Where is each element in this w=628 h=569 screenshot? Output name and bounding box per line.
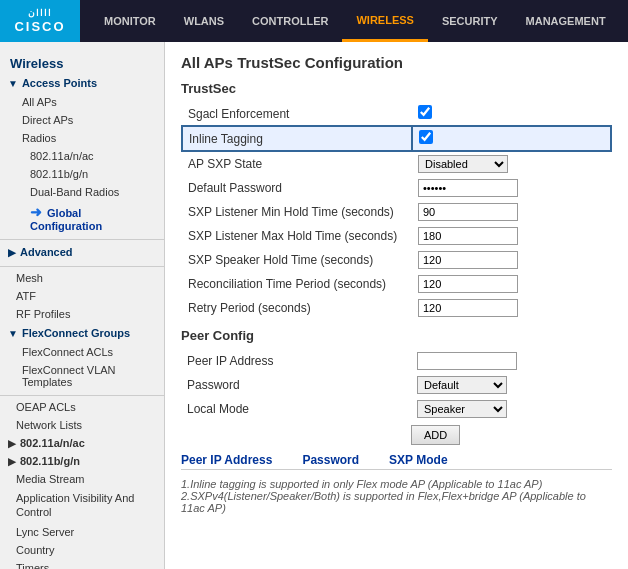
peer-ip-row: Peer IP Address <box>181 349 612 373</box>
retry-period-input[interactable] <box>418 299 518 317</box>
nav-security[interactable]: SECURITY <box>428 0 512 42</box>
arrow-80211b-icon: ▶ <box>8 456 16 467</box>
sgacl-checkbox[interactable] <box>418 105 432 119</box>
sidebar-item-lync[interactable]: Lync Server <box>0 523 164 541</box>
advanced-label: Advanced <box>20 246 73 258</box>
sidebar-item-80211a[interactable]: 802.11a/n/ac <box>0 147 164 165</box>
ap-sxp-select[interactable]: Disabled Enabled <box>418 155 508 173</box>
main-layout: Wireless ▼ Access Points All APs Direct … <box>0 42 628 569</box>
sidebar-item-flexconnect[interactable]: ▼ FlexConnect Groups <box>0 323 164 343</box>
sidebar-item-oeap[interactable]: OEAP ACLs <box>0 398 164 416</box>
sidebar-item-media-stream[interactable]: Media Stream <box>0 470 164 488</box>
sidebar-title: Wireless <box>0 50 164 73</box>
inline-tagging-label: Inline Tagging <box>182 126 412 151</box>
sxp-listener-min-input[interactable] <box>418 203 518 221</box>
sxp-listener-min-value <box>412 200 611 224</box>
sidebar-item-network-lists[interactable]: Network Lists <box>0 416 164 434</box>
inline-tagging-row: Inline Tagging <box>182 126 611 151</box>
local-mode-row: Local Mode Speaker Listener Both <box>181 397 612 421</box>
peer-password-select[interactable]: Default Custom <box>417 376 507 394</box>
trustsec-section-title: TrustSec <box>181 81 612 96</box>
sxp-listener-max-label: SXP Listener Max Hold Time (seconds) <box>182 224 412 248</box>
sidebar-item-direct-aps[interactable]: Direct APs <box>0 111 164 129</box>
sidebar-item-timers[interactable]: Timers <box>0 559 164 569</box>
top-header: اااان CISCO MONITOR WLANs CONTROLLER WIR… <box>0 0 628 42</box>
sidebar-group-advanced: ▶ Advanced <box>0 242 164 267</box>
sxp-speaker-hold-input[interactable] <box>418 251 518 269</box>
nav-monitor[interactable]: MONITOR <box>90 0 170 42</box>
peer-password-row: Password Default Custom <box>181 373 612 397</box>
expand-arrow-flex-icon: ▼ <box>8 328 18 339</box>
inline-tagging-value <box>412 126 611 151</box>
sidebar-item-flex-acls[interactable]: FlexConnect ACLs <box>0 343 164 361</box>
sxp-listener-max-value <box>412 224 611 248</box>
expand-arrow-icon: ▼ <box>8 78 18 89</box>
sxp-listener-max-input[interactable] <box>418 227 518 245</box>
reconciliation-row: Reconciliation Time Period (seconds) <box>182 272 611 296</box>
arrow-80211a-icon: ▶ <box>8 438 16 449</box>
sgacl-label: Sgacl Enforcement <box>182 102 412 126</box>
sgacl-row: Sgacl Enforcement <box>182 102 611 126</box>
sidebar-item-country[interactable]: Country <box>0 541 164 559</box>
sidebar-group-access-points: ▼ Access Points All APs Direct APs Radio… <box>0 73 164 240</box>
cisco-logo-text: اااان CISCO <box>14 8 65 34</box>
peer-header-sxp-mode: SXP Mode <box>389 453 447 467</box>
reconciliation-value <box>412 272 611 296</box>
sxp-listener-min-label: SXP Listener Min Hold Time (seconds) <box>182 200 412 224</box>
nav-management[interactable]: MANAGEMENT <box>512 0 620 42</box>
peer-config-form: Peer IP Address Password Default Custom <box>181 349 612 421</box>
sidebar-item-mesh[interactable]: Mesh <box>0 269 164 287</box>
peer-header-ip: Peer IP Address <box>181 453 272 467</box>
sidebar-item-flex-vlan[interactable]: FlexConnect VLAN Templates <box>0 361 164 391</box>
main-nav: MONITOR WLANs CONTROLLER WIRELESS SECURI… <box>80 0 628 42</box>
reconciliation-label: Reconciliation Time Period (seconds) <box>182 272 412 296</box>
default-password-row: Default Password <box>182 176 611 200</box>
access-points-label: Access Points <box>22 77 97 89</box>
default-password-label: Default Password <box>182 176 412 200</box>
notes-section: 1.Inline tagging is supported in only Fl… <box>181 478 612 514</box>
nav-controller[interactable]: CONTROLLER <box>238 0 342 42</box>
peer-password-value: Default Custom <box>411 373 612 397</box>
expand-arrow-advanced-icon: ▶ <box>8 247 16 258</box>
sidebar-item-dual-band[interactable]: Dual-Band Radios <box>0 183 164 201</box>
sidebar-item-global-config[interactable]: ➜ Global Configuration <box>0 201 164 235</box>
peer-ip-input[interactable] <box>417 352 517 370</box>
sidebar-item-rf-profiles[interactable]: RF Profiles <box>0 305 164 323</box>
peer-header-password: Password <box>302 453 359 467</box>
inline-tagging-checkbox[interactable] <box>419 130 433 144</box>
blue-arrow-icon: ➜ <box>30 204 42 220</box>
trustsec-form: Sgacl Enforcement Inline Tagging AP SXP … <box>181 102 612 320</box>
sidebar-item-avc[interactable]: Application Visibility And Control <box>0 488 164 523</box>
local-mode-select[interactable]: Speaker Listener Both <box>417 400 507 418</box>
add-button[interactable]: ADD <box>411 425 460 445</box>
flexconnect-label: FlexConnect Groups <box>22 327 130 339</box>
nav-wireless[interactable]: WIRELESS <box>342 0 427 42</box>
content-area: All APs TrustSec Configuration TrustSec … <box>165 42 628 569</box>
sidebar-item-access-points[interactable]: ▼ Access Points <box>0 73 164 93</box>
ap-sxp-row: AP SXP State Disabled Enabled <box>182 151 611 176</box>
local-mode-value: Speaker Listener Both <box>411 397 612 421</box>
sidebar-item-radios[interactable]: Radios <box>0 129 164 147</box>
default-password-input[interactable] <box>418 179 518 197</box>
sidebar-item-80211b-top[interactable]: ▶ 802.11b/g/n <box>0 452 164 470</box>
ap-sxp-label: AP SXP State <box>182 151 412 176</box>
note-2: 2.SXPv4(Listener/Speaker/Both) is suppor… <box>181 490 612 514</box>
sidebar-item-advanced[interactable]: ▶ Advanced <box>0 242 164 262</box>
sidebar: Wireless ▼ Access Points All APs Direct … <box>0 42 165 569</box>
sxp-speaker-hold-row: SXP Speaker Hold Time (seconds) <box>182 248 611 272</box>
sidebar-item-atf[interactable]: ATF <box>0 287 164 305</box>
sxp-listener-min-row: SXP Listener Min Hold Time (seconds) <box>182 200 611 224</box>
sidebar-item-80211b[interactable]: 802.11b/g/n <box>0 165 164 183</box>
80211a-top-label: 802.11a/n/ac <box>20 437 85 449</box>
default-password-value <box>412 176 611 200</box>
note-1: 1.Inline tagging is supported in only Fl… <box>181 478 612 490</box>
ap-sxp-value: Disabled Enabled <box>412 151 611 176</box>
sidebar-item-all-aps[interactable]: All APs <box>0 93 164 111</box>
80211b-top-label: 802.11b/g/n <box>20 455 80 467</box>
sxp-listener-max-row: SXP Listener Max Hold Time (seconds) <box>182 224 611 248</box>
reconciliation-input[interactable] <box>418 275 518 293</box>
peer-password-label: Password <box>181 373 411 397</box>
page-title: All APs TrustSec Configuration <box>181 54 612 71</box>
nav-wlans[interactable]: WLANs <box>170 0 238 42</box>
sidebar-item-80211a-top[interactable]: ▶ 802.11a/n/ac <box>0 434 164 452</box>
